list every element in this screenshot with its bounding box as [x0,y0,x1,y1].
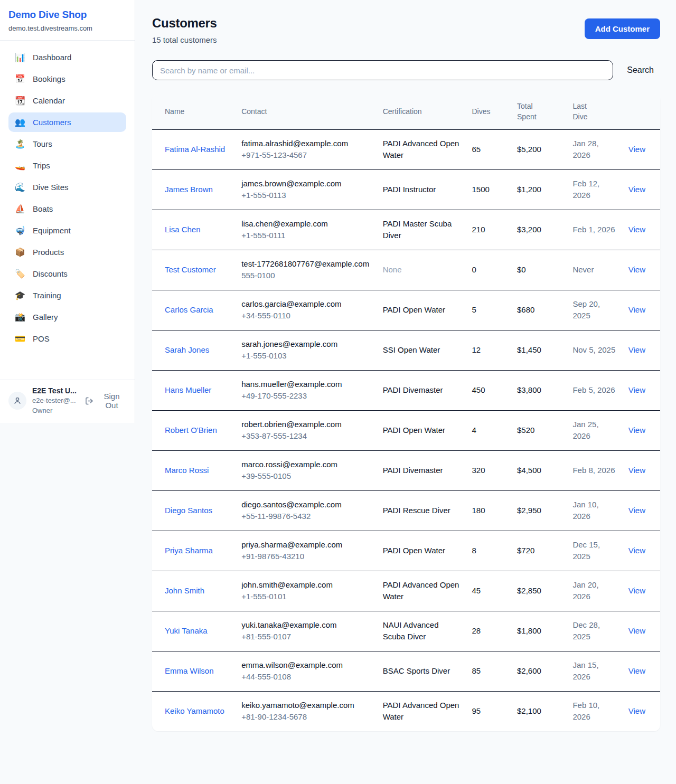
sidebar-item[interactable]: 📦 Products [8,242,126,262]
customer-name-link[interactable]: James Brown [165,185,213,194]
shop-domain: demo.test.divestreams.com [8,24,126,32]
search-input[interactable] [152,60,613,80]
total-spent: $680 [511,290,566,330]
customer-name-link[interactable]: Priya Sharma [165,546,213,555]
total-spent: $5,200 [511,129,566,169]
column-total-spent: Total Spent [511,94,566,129]
last-dive: Jan 15, 2026 [566,651,622,691]
total-spent: $1,200 [511,169,566,210]
user-block: E2E Test U... e2e-tester@... Owner [32,386,79,415]
customer-name-link[interactable]: Lisa Chen [165,225,201,234]
sidebar-item[interactable]: 📆 Calendar [8,91,126,110]
table-row: Carlos Garcia carlos.garcia@example.com … [152,290,660,330]
customer-email: fatima.alrashid@example.com [241,138,370,150]
customer-name-link[interactable]: Sarah Jones [165,345,209,354]
page-title: Customers [152,16,217,31]
customer-name-link[interactable]: Fatima Al-Rashid [165,145,225,154]
customer-name-link[interactable]: Emma Wilson [165,666,214,675]
last-dive: Jan 10, 2026 [566,490,622,531]
view-link[interactable]: View [628,385,645,394]
sidebar-item[interactable]: 🏷️ Discounts [8,264,126,284]
customer-name-link[interactable]: Hans Mueller [165,385,211,394]
view-link[interactable]: View [628,145,645,154]
sidebar-item[interactable]: 🎓 Training [8,286,126,305]
sidebar-item[interactable]: 🏝️ Tours [8,134,126,154]
last-dive: Feb 1, 2026 [566,210,622,250]
view-link[interactable]: View [628,666,645,675]
customer-email: priya.sharma@example.com [241,539,370,551]
customer-name-link[interactable]: Diego Santos [165,506,212,515]
view-link[interactable]: View [628,225,645,234]
dives-count: 4 [465,410,511,450]
sidebar-item-icon: ⛵ [15,205,25,213]
view-link[interactable]: View [628,185,645,194]
total-spent: $1,800 [511,611,566,651]
view-link[interactable]: View [628,265,645,274]
view-link[interactable]: View [628,546,645,555]
view-link[interactable]: View [628,345,645,354]
view-link[interactable]: View [628,305,645,314]
dives-count: 45 [465,571,511,611]
sidebar-item[interactable]: 💳 POS [8,329,126,348]
view-link[interactable]: View [628,506,645,515]
user-icon [13,396,22,405]
sidebar-footer: E2E Test U... e2e-tester@... Owner Sign … [0,380,135,423]
customer-phone: +1-555-0101 [241,591,370,603]
user-name: E2E Test U... [32,386,79,395]
last-dive: Dec 15, 2025 [566,531,622,571]
total-spent: $2,100 [511,691,566,731]
total-spent: $3,200 [511,210,566,250]
user-email: e2e-tester@... [32,396,79,405]
sign-out-label: Sign Out [97,392,126,410]
customer-name-link[interactable]: Keiko Yamamoto [165,706,224,715]
customer-name-link[interactable]: Marco Rossi [165,466,209,475]
view-link[interactable]: View [628,586,645,595]
sidebar-item[interactable]: 📸 Gallery [8,307,126,327]
certification: PADI Instructor [383,185,436,194]
customer-name-link[interactable]: Carlos Garcia [165,305,213,314]
sidebar-item-label: Discounts [33,269,68,278]
certification: None [383,265,402,274]
view-link[interactable]: View [628,466,645,475]
customer-phone: +44-555-0108 [241,671,370,683]
customer-name-link[interactable]: Yuki Tanaka [165,626,208,635]
sidebar-item[interactable]: 🌊 Dive Sites [8,177,126,197]
customer-email: keiko.yamamoto@example.com [241,700,370,712]
dives-count: 5 [465,290,511,330]
sidebar-item[interactable]: ⛵ Boats [8,199,126,219]
sidebar-item-icon: 📆 [15,97,25,105]
table-row: Fatima Al-Rashid fatima.alrashid@example… [152,129,660,169]
table-row: Sarah Jones sarah.jones@example.com +1-5… [152,330,660,370]
customer-email: hans.mueller@example.com [241,379,370,391]
add-customer-button[interactable]: Add Customer [585,18,660,39]
customer-name-link[interactable]: Robert O'Brien [165,426,217,434]
customer-phone: +971-55-123-4567 [241,149,370,162]
view-link[interactable]: View [628,626,645,635]
total-spent: $3,800 [511,370,566,410]
sidebar-item[interactable]: 👥 Customers [8,112,126,132]
sidebar-item[interactable]: 📊 Dashboard [8,48,126,67]
sign-out-button[interactable]: Sign Out [85,392,126,410]
view-link[interactable]: View [628,706,645,715]
sidebar-item-label: Products [33,248,64,257]
customer-email: yuki.tanaka@example.com [241,619,370,631]
sidebar-item[interactable]: 🤿 Equipment [8,221,126,240]
customer-name-link[interactable]: John Smith [165,586,204,595]
sign-out-icon [85,396,93,405]
last-dive: Feb 8, 2026 [566,450,622,490]
customer-email: john.smith@example.com [241,579,370,591]
sidebar-item-label: Bookings [33,74,65,83]
page-title-block: Customers 15 total customers [152,16,217,44]
table-row: Emma Wilson emma.wilson@example.com +44-… [152,651,660,691]
view-link[interactable]: View [628,426,645,434]
sidebar-item[interactable]: 🚤 Trips [8,156,126,175]
sidebar-item[interactable]: 📅 Bookings [8,69,126,89]
customer-email: diego.santos@example.com [241,499,370,511]
search-button[interactable]: Search [613,65,660,75]
total-spent: $2,850 [511,571,566,611]
sidebar-item-label: Equipment [33,226,71,235]
customer-phone: +81-90-1234-5678 [241,711,370,723]
customer-name-link[interactable]: Test Customer [165,265,216,274]
sidebar-header: Demo Dive Shop demo.test.divestreams.com [0,0,135,41]
table-row: Lisa Chen lisa.chen@example.com +1-555-0… [152,210,660,250]
